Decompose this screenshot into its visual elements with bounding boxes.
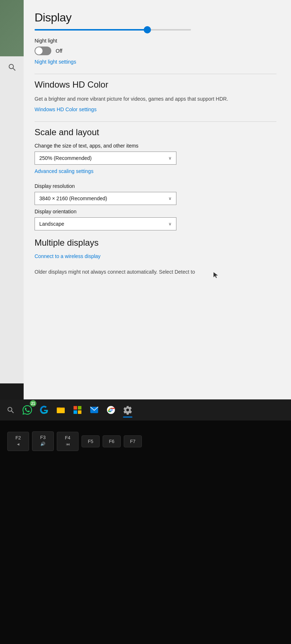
taskbar-store-icon[interactable] <box>70 402 85 418</box>
key-f2[interactable]: F2 ◄ <box>7 432 29 451</box>
svg-point-2 <box>8 407 12 411</box>
key-f4-label: F4 <box>62 435 73 440</box>
taskbar-mail-icon[interactable] <box>87 402 102 418</box>
key-f2-sub: ◄ <box>13 440 24 448</box>
key-f4-sub: ⏮ <box>62 440 73 448</box>
key-f2-label: F2 <box>13 435 24 440</box>
svg-rect-8 <box>78 406 81 410</box>
taskbar-whatsapp-icon[interactable]: 21 <box>20 402 35 418</box>
resolution-dropdown-arrow: ∨ <box>168 196 172 201</box>
key-f6[interactable]: F6 <box>103 435 121 447</box>
multiple-displays-heading: Multiple displays <box>35 238 276 248</box>
keyboard-area: F2 ◄ F3 🔊 F4 ⏮ F5 F6 F7 <box>0 420 291 644</box>
taskbar-chrome-icon[interactable] <box>103 402 119 418</box>
brightness-slider-container <box>35 27 276 31</box>
key-f6-label: F6 <box>108 439 115 444</box>
taskbar-file-explorer-icon[interactable] <box>53 402 68 418</box>
orientation-label: Display orientation <box>35 209 276 214</box>
svg-rect-9 <box>73 410 77 414</box>
orientation-dropdown-container: Display orientation Landscape ∨ <box>35 209 276 230</box>
page-title: Display <box>35 11 276 24</box>
separator-1 <box>35 74 276 74</box>
resolution-dropdown[interactable]: 3840 × 2160 (Recommended) ∨ <box>35 192 176 205</box>
search-icon[interactable] <box>5 60 19 75</box>
resolution-label: Display resolution <box>35 183 276 189</box>
wireless-display-link[interactable]: Connect to a wireless display <box>35 253 276 259</box>
orientation-dropdown-arrow: ∨ <box>168 221 172 226</box>
night-light-toggle[interactable] <box>35 47 51 55</box>
svg-rect-6 <box>57 408 60 409</box>
key-f5[interactable]: F5 <box>81 435 100 447</box>
scale-layout-heading: Scale and layout <box>35 127 276 137</box>
advanced-scaling-link[interactable]: Advanced scaling settings <box>35 168 276 174</box>
svg-rect-7 <box>73 406 77 410</box>
settings-panel: Display Night light Off Night light sett… <box>24 0 291 420</box>
keyboard-function-row: F2 ◄ F3 🔊 F4 ⏮ F5 F6 F7 <box>0 431 149 451</box>
orientation-dropdown[interactable]: Landscape ∨ <box>35 217 176 230</box>
scale-dropdown-container: Change the size of text, apps, and other… <box>35 143 276 165</box>
whatsapp-badge: 21 <box>30 400 36 407</box>
taskbar-settings-icon[interactable] <box>120 402 135 418</box>
resolution-dropdown-container: Display resolution 3840 × 2160 (Recommen… <box>35 183 276 205</box>
svg-rect-5 <box>57 408 65 413</box>
scale-dropdown-arrow: ∨ <box>168 156 172 161</box>
hd-color-settings-link[interactable]: Windows HD Color settings <box>35 106 276 112</box>
multiple-displays-section: Multiple displays Connect to a wireless … <box>35 238 276 276</box>
key-f7[interactable]: F7 <box>124 435 142 447</box>
key-f3[interactable]: F3 🔊 <box>32 431 54 451</box>
scale-value: 250% (Recommended) <box>39 155 92 161</box>
taskbar-edge-icon[interactable] <box>36 402 52 418</box>
separator-2 <box>35 121 276 122</box>
svg-point-0 <box>9 64 13 69</box>
scale-dropdown[interactable]: 250% (Recommended) ∨ <box>35 152 176 165</box>
brightness-fill <box>35 29 147 31</box>
toggle-knob <box>35 47 43 55</box>
night-light-settings-link[interactable]: Night light settings <box>35 59 276 65</box>
search-sidebar <box>0 56 24 383</box>
key-f4[interactable]: F4 ⏮ <box>57 432 79 451</box>
scale-change-label: Change the size of text, apps, and other… <box>35 143 276 149</box>
hd-color-description: Get a brighter and more vibrant picture … <box>35 95 253 103</box>
svg-line-3 <box>12 411 14 413</box>
taskbar: 21 <box>0 399 291 420</box>
night-light-label: Night light <box>35 38 276 44</box>
hd-color-heading: Windows HD Color <box>35 80 276 90</box>
key-f7-label: F7 <box>129 439 136 444</box>
key-f5-label: F5 <box>87 439 94 444</box>
resolution-value: 3840 × 2160 (Recommended) <box>39 196 107 201</box>
svg-line-1 <box>13 68 15 71</box>
night-light-state: Off <box>56 48 62 54</box>
brightness-track <box>35 29 191 31</box>
older-displays-text: Older displays might not always connect … <box>35 268 253 276</box>
brightness-thumb[interactable] <box>144 26 151 33</box>
svg-point-15 <box>110 409 112 411</box>
orientation-value: Landscape <box>39 221 64 227</box>
key-f3-sub: 🔊 <box>37 440 48 448</box>
taskbar-search-icon[interactable] <box>3 402 18 418</box>
svg-rect-10 <box>78 410 81 414</box>
night-light-toggle-row: Off <box>35 47 276 55</box>
key-f3-label: F3 <box>37 435 48 440</box>
